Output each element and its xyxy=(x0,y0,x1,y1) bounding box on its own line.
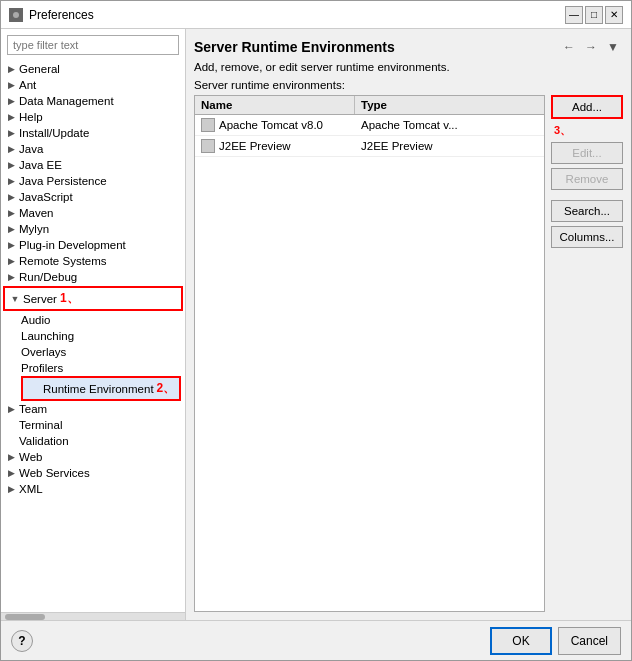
title-bar-left: Preferences xyxy=(9,8,94,22)
main-content: ▶ General ▶ Ant ▶ Data Management ▶ Help xyxy=(1,29,631,620)
maximize-button[interactable]: □ xyxy=(585,6,603,24)
arrow-icon: ▶ xyxy=(5,451,17,463)
arrow-icon: ▶ xyxy=(5,191,17,203)
panel-title: Server Runtime Environments xyxy=(194,39,395,55)
panel-description: Add, remove, or edit server runtime envi… xyxy=(194,61,623,73)
edit-button[interactable]: Edit... xyxy=(551,142,623,164)
badge-3: 3、 xyxy=(554,123,623,138)
sidebar-item-team[interactable]: ▶ Team xyxy=(1,401,185,417)
sidebar-item-server-audio[interactable]: Audio xyxy=(1,312,185,328)
scrollbar-thumb xyxy=(5,614,45,620)
help-button[interactable]: ? xyxy=(11,630,33,652)
row-2-name: J2EE Preview xyxy=(195,136,355,156)
columns-button[interactable]: Columns... xyxy=(551,226,623,248)
arrow-icon: ▶ xyxy=(5,403,17,415)
sidebar-item-mylyn[interactable]: ▶ Mylyn xyxy=(1,221,185,237)
window-controls: — □ ✕ xyxy=(565,6,623,24)
arrow-icon: ▶ xyxy=(5,95,17,107)
sidebar-item-install-update[interactable]: ▶ Install/Update xyxy=(1,125,185,141)
sidebar-item-remote-systems[interactable]: ▶ Remote Systems xyxy=(1,253,185,269)
badge-1: 1、 xyxy=(60,290,79,307)
back-button[interactable]: ← xyxy=(559,37,579,57)
cancel-button[interactable]: Cancel xyxy=(558,627,621,655)
sidebar-item-web-services[interactable]: ▶ Web Services xyxy=(1,465,185,481)
sidebar-item-plugin-development[interactable]: ▶ Plug-in Development xyxy=(1,237,185,253)
search-button[interactable]: Search... xyxy=(551,200,623,222)
arrow-icon: ▶ xyxy=(5,223,17,235)
arrow-icon: ▶ xyxy=(5,159,17,171)
svg-point-1 xyxy=(13,12,19,18)
column-header-type: Type xyxy=(355,96,544,114)
column-header-name: Name xyxy=(195,96,355,114)
table-row[interactable]: J2EE Preview J2EE Preview xyxy=(195,136,544,157)
table-row[interactable]: Apache Tomcat v8.0 Apache Tomcat v... xyxy=(195,115,544,136)
action-buttons: Add... 3、 Edit... Remove Search... Colum… xyxy=(551,95,623,612)
title-bar: Preferences — □ ✕ xyxy=(1,1,631,29)
sidebar-item-maven[interactable]: ▶ Maven xyxy=(1,205,185,221)
server-icon xyxy=(201,118,215,132)
arrow-icon: ▶ xyxy=(5,63,17,75)
sidebar-item-server-launching[interactable]: Launching xyxy=(1,328,185,344)
sidebar-item-web[interactable]: ▶ Web xyxy=(1,449,185,465)
badge-2: 2、 xyxy=(157,380,176,397)
sidebar-item-server[interactable]: ▼ Server 1、 xyxy=(3,286,183,311)
sidebar-item-xml[interactable]: ▶ XML xyxy=(1,481,185,497)
dropdown-button[interactable]: ▼ xyxy=(603,37,623,57)
sidebar-item-validation[interactable]: ▶ Validation xyxy=(1,433,185,449)
server-icon xyxy=(201,139,215,153)
toolbar-icons: ← → ▼ xyxy=(559,37,623,57)
window-title: Preferences xyxy=(29,8,94,22)
arrow-icon: ▶ xyxy=(5,255,17,267)
arrow-icon: ▶ xyxy=(5,483,17,495)
table-body: Apache Tomcat v8.0 Apache Tomcat v... J2… xyxy=(195,115,544,611)
sidebar-item-help[interactable]: ▶ Help xyxy=(1,109,185,125)
arrow-icon: ▶ xyxy=(5,207,17,219)
arrow-icon: ▶ xyxy=(5,127,17,139)
arrow-icon: ▶ xyxy=(5,467,17,479)
sidebar-item-javascript[interactable]: ▶ JavaScript xyxy=(1,189,185,205)
sidebar-scrollbar[interactable] xyxy=(1,612,185,620)
minimize-button[interactable]: — xyxy=(565,6,583,24)
arrow-icon: ▶ xyxy=(5,143,17,155)
sidebar-item-data-management[interactable]: ▶ Data Management xyxy=(1,93,185,109)
ok-button[interactable]: OK xyxy=(490,627,551,655)
remove-button[interactable]: Remove xyxy=(551,168,623,190)
preferences-window: Preferences — □ ✕ ▶ General ▶ Ant xyxy=(0,0,632,661)
add-button[interactable]: Add... xyxy=(551,95,623,119)
sidebar-item-terminal[interactable]: ▶ Terminal xyxy=(1,417,185,433)
sidebar-item-java-ee[interactable]: ▶ Java EE xyxy=(1,157,185,173)
sidebar-item-java-persistence[interactable]: ▶ Java Persistence xyxy=(1,173,185,189)
sidebar: ▶ General ▶ Ant ▶ Data Management ▶ Help xyxy=(1,29,186,620)
arrow-icon: ▶ xyxy=(5,79,17,91)
close-button[interactable]: ✕ xyxy=(605,6,623,24)
panel-sub-label: Server runtime environments: xyxy=(194,79,623,91)
footer-buttons: OK Cancel xyxy=(490,627,621,655)
sidebar-item-ant[interactable]: ▶ Ant xyxy=(1,77,185,93)
tree-container: ▶ General ▶ Ant ▶ Data Management ▶ Help xyxy=(1,61,185,612)
server-runtime-table: Name Type Apache Tomcat v8.0 Apache Tomc… xyxy=(194,95,545,612)
sidebar-item-general[interactable]: ▶ General xyxy=(1,61,185,77)
arrow-icon: ▶ xyxy=(5,111,17,123)
arrow-icon: ▶ xyxy=(5,239,17,251)
app-icon xyxy=(9,8,23,22)
row-1-name: Apache Tomcat v8.0 xyxy=(195,115,355,135)
forward-button[interactable]: → xyxy=(581,37,601,57)
table-header: Name Type xyxy=(195,96,544,115)
row-1-type: Apache Tomcat v... xyxy=(355,116,544,134)
sidebar-item-run-debug[interactable]: ▶ Run/Debug xyxy=(1,269,185,285)
expand-arrow-icon: ▼ xyxy=(9,293,21,305)
footer: ? OK Cancel xyxy=(1,620,631,660)
right-panel: Server Runtime Environments ← → ▼ Add, r… xyxy=(186,29,631,620)
filter-input[interactable] xyxy=(7,35,179,55)
arrow-icon: ▶ xyxy=(5,271,17,283)
sidebar-item-server-profilers[interactable]: Profilers xyxy=(1,360,185,376)
sidebar-item-runtime-environment[interactable]: Runtime Environment 2、 xyxy=(21,376,181,401)
panel-body: Name Type Apache Tomcat v8.0 Apache Tomc… xyxy=(194,95,623,612)
sidebar-item-java[interactable]: ▶ Java xyxy=(1,141,185,157)
sidebar-item-server-overlays[interactable]: Overlays xyxy=(1,344,185,360)
row-2-type: J2EE Preview xyxy=(355,137,544,155)
panel-header: Server Runtime Environments ← → ▼ xyxy=(194,37,623,57)
arrow-icon: ▶ xyxy=(5,175,17,187)
